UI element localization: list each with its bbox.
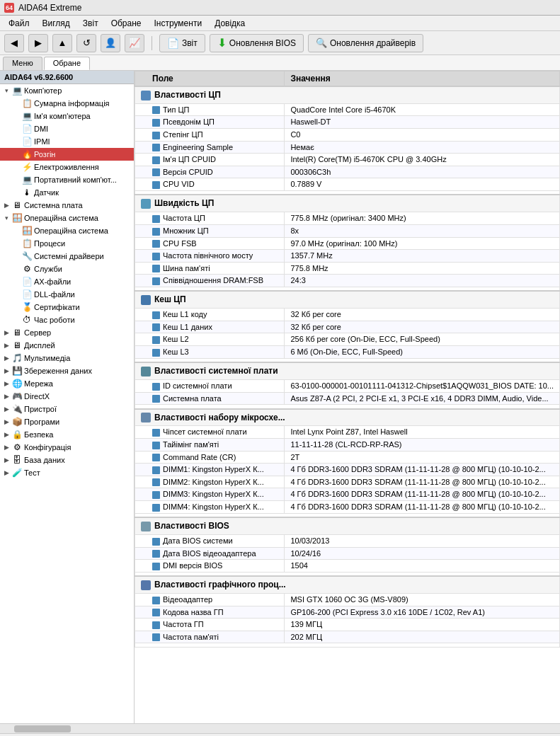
sidebar-item-ax-files[interactable]: 📄 АХ-файли bbox=[0, 275, 134, 288]
field-name: Дата BIOS системи bbox=[163, 536, 233, 545]
field-name: Дата BIOS відеоадаптера bbox=[163, 549, 256, 558]
sidebar-item-label: Операційна система bbox=[24, 214, 134, 222]
sidebar-item-ipmi[interactable]: 📄 IPMI bbox=[0, 135, 134, 148]
table-row: ВідеоадаптерMSI GTX 1060 OC 3G (MS-V809) bbox=[135, 594, 560, 606]
sidebar-item-label: Мережа bbox=[24, 379, 134, 388]
chart-button[interactable]: 📈 bbox=[125, 34, 144, 52]
table-row: Версія CPUID000306C3h bbox=[135, 166, 560, 178]
menu-tools[interactable]: Інструменти bbox=[149, 17, 208, 30]
sidebar-item-motherboard[interactable]: ▶ 🖥 Системна плата bbox=[0, 199, 134, 212]
sidebar-item-security[interactable]: ▶ 🔒 Безпека bbox=[0, 428, 134, 441]
sidebar-item-label: Дисплей bbox=[24, 341, 134, 350]
sidebar-item-summary[interactable]: 📋 Сумарна інформація bbox=[0, 97, 134, 110]
field-value: 000306C3h bbox=[285, 166, 560, 178]
field-name: ID системної плати bbox=[163, 381, 232, 390]
sidebar-item-portable[interactable]: 💻 Портативний комп'ют... bbox=[0, 173, 134, 186]
sidebar-item-dmi[interactable]: 📄 DMI bbox=[0, 122, 134, 135]
scroll-thumb[interactable] bbox=[14, 725, 71, 732]
sidebar-item-multimedia[interactable]: ▶ 🎵 Мультимедіа bbox=[0, 352, 134, 364]
sidebar-item-dll-files[interactable]: 📄 DLL-файли bbox=[0, 288, 134, 301]
menu-help[interactable]: Довідка bbox=[209, 17, 251, 30]
sidebar-item-certs[interactable]: 🏅 Сертифікати bbox=[0, 301, 134, 314]
sidebar-item-services[interactable]: ⚙ Служби bbox=[0, 263, 134, 275]
tree-arrow: ▶ bbox=[1, 355, 11, 362]
sidebar-item-label: Безпека bbox=[24, 430, 134, 439]
field-name: Відеоадаптер bbox=[163, 595, 212, 604]
up-button[interactable]: ▲ bbox=[52, 34, 72, 52]
menu-file[interactable]: Файл bbox=[3, 17, 35, 30]
processes-icon: 📋 bbox=[21, 238, 33, 249]
table-row: Шина пам'яті775.8 MHz bbox=[135, 262, 560, 275]
certs-icon: 🏅 bbox=[21, 301, 33, 313]
sidebar-item-programs[interactable]: ▶ 📦 Програми bbox=[0, 415, 134, 428]
sidebar-item-devices[interactable]: ▶ 🔌 Пристрої bbox=[0, 403, 134, 415]
sidebar-item-database[interactable]: ▶ 🗄 База даних bbox=[0, 454, 134, 466]
field-name: Шина пам'яті bbox=[163, 264, 210, 272]
sidebar-item-storage[interactable]: ▶ 💾 Збереження даних bbox=[0, 364, 134, 377]
sidebar-item-power[interactable]: ⚡ Електроживлення bbox=[0, 161, 134, 173]
tab-menu[interactable]: Меню bbox=[3, 57, 42, 70]
sidebar-item-server[interactable]: ▶ 🖥 Сервер bbox=[0, 326, 134, 339]
app-icon: 64 bbox=[4, 3, 14, 13]
motherboard-icon: 🖥 bbox=[11, 200, 23, 211]
refresh-button[interactable]: ↺ bbox=[76, 34, 96, 52]
sidebar-item-label: Системна плата bbox=[24, 201, 134, 209]
sidebar-item-os-group[interactable]: ▾ 🪟 Операційна система bbox=[0, 212, 134, 224]
sidebar-item-computer-name[interactable]: 💻 Ім'я комп'ютера bbox=[0, 110, 134, 122]
sidebar-item-config[interactable]: ▶ ⚙ Конфігурація bbox=[0, 441, 134, 454]
os-icon: 🪟 bbox=[21, 225, 33, 236]
sidebar-item-label: Мультимедіа bbox=[24, 354, 134, 362]
sidebar-item-display[interactable]: ▶ 🖥 Дисплей bbox=[0, 339, 134, 352]
sidebar-item-os[interactable]: 🪟 Операційна система bbox=[0, 224, 134, 237]
table-row: Системна платаAsus Z87-A (2 PCI, 2 PCI-E… bbox=[135, 392, 560, 405]
field-name: Тип ЦП bbox=[163, 105, 189, 114]
sidebar-item-directx[interactable]: ▶ 🎮 DirectX bbox=[0, 390, 134, 403]
menu-favorites[interactable]: Обране bbox=[105, 17, 147, 30]
sidebar-item-test[interactable]: ▶ 🧪 Тест bbox=[0, 466, 134, 479]
bios-update-label: Оновлення BIOS bbox=[229, 38, 296, 48]
ipmi-icon: 📄 bbox=[21, 136, 33, 147]
services-icon: ⚙ bbox=[21, 263, 33, 275]
tree-arrow: ▶ bbox=[1, 329, 11, 336]
forward-button[interactable]: ▶ bbox=[28, 34, 48, 52]
table-row: DIMM2: Kingston HyperX К...4 Гб DDR3-160… bbox=[135, 476, 560, 488]
drivers-icon: 🔧 bbox=[21, 251, 33, 262]
sidebar-item-label: Тест bbox=[24, 468, 134, 477]
horizontal-scrollbar[interactable] bbox=[0, 723, 560, 733]
field-value: 202 МГЦ bbox=[285, 631, 560, 643]
database-icon: 🗄 bbox=[11, 454, 23, 466]
field-name: Кеш L1 даних bbox=[163, 323, 212, 331]
search-icon: 🔍 bbox=[316, 38, 327, 48]
sidebar-item-processes[interactable]: 📋 Процеси bbox=[0, 237, 134, 250]
sidebar-item-network[interactable]: ▶ 🌐 Мережа bbox=[0, 377, 134, 390]
table-row: ID системної плати63-0100-000001-0010111… bbox=[135, 379, 560, 392]
sidebar-item-computer[interactable]: ▾ 💻 Комп'ютер bbox=[0, 84, 134, 97]
doc-icon: 📄 bbox=[167, 38, 179, 49]
user-button[interactable]: 👤 bbox=[101, 34, 120, 52]
tab-favorites[interactable]: Обране bbox=[44, 57, 90, 70]
sidebar-item-sensor[interactable]: 🌡 Датчик bbox=[0, 186, 134, 199]
storage-icon: 💾 bbox=[11, 365, 23, 376]
menu-bar: Файл Вигляд Звіт Обране Інструменти Дові… bbox=[0, 16, 560, 31]
section-header-row: Властивості системної плати bbox=[135, 362, 560, 379]
sidebar-item-drivers[interactable]: 🔧 Системні драйвери bbox=[0, 250, 134, 263]
driver-update-button[interactable]: 🔍 Оновлення драйверів bbox=[308, 34, 423, 52]
report-label: Звіт bbox=[182, 38, 198, 48]
power-icon: ⚡ bbox=[21, 161, 33, 173]
field-value: 97.0 MHz (оригінал: 100 MHz) bbox=[285, 237, 560, 250]
tree-arrow: ▶ bbox=[1, 418, 11, 425]
field-value: 775.8 MHz bbox=[285, 262, 560, 275]
field-value: QuadCore Intel Core i5-4670K bbox=[285, 103, 560, 116]
menu-view[interactable]: Вигляд bbox=[37, 17, 76, 30]
sidebar-item-overclocking[interactable]: 🔥 Розгін bbox=[0, 148, 134, 161]
sidebar-item-uptime[interactable]: ⏱ Час роботи bbox=[0, 314, 134, 326]
bios-update-button[interactable]: ⬇ Оновлення BIOS bbox=[210, 34, 304, 52]
field-name: Command Rate (CR) bbox=[163, 453, 236, 461]
report-button[interactable]: 📄 Звіт bbox=[159, 34, 205, 52]
field-name: Степінг ЦП bbox=[163, 130, 203, 139]
back-button[interactable]: ◀ bbox=[4, 34, 24, 52]
field-value: 4 Гб DDR3-1600 DDR3 SDRAM (11-11-11-28 @… bbox=[285, 464, 560, 476]
field-value: GP106-200 (PCI Express 3.0 x16 10DE / 1C… bbox=[285, 606, 560, 619]
menu-report[interactable]: Звіт bbox=[77, 17, 104, 30]
table-row: Кеш L1 коду32 Кб per core bbox=[135, 309, 560, 321]
